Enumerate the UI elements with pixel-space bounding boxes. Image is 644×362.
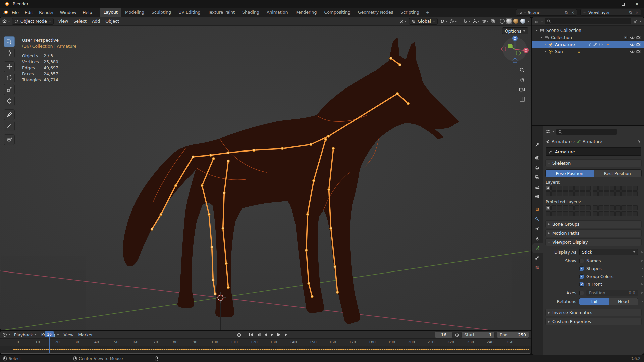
viewport-display-panel-header[interactable]: Viewport Display xyxy=(546,239,641,246)
armature-layer-cell[interactable] xyxy=(574,211,579,216)
armature-layer-cell[interactable] xyxy=(615,186,621,191)
armature-layer-cell[interactable] xyxy=(633,186,638,191)
outliner-editor-icon[interactable] xyxy=(534,19,539,24)
viewport-menu-item[interactable]: Select xyxy=(71,19,89,24)
armature-layer-cell[interactable] xyxy=(593,205,598,210)
playback-menu[interactable]: Playback xyxy=(12,332,39,337)
close-button[interactable]: ✕ xyxy=(630,0,644,8)
navigation-gizmo[interactable]: Z X xyxy=(498,33,531,66)
workspace-tab[interactable]: Modeling xyxy=(121,8,148,17)
new-viewlayer-icon[interactable]: ⧉ xyxy=(628,10,633,15)
view-menu[interactable]: View xyxy=(61,332,76,337)
workspace-tab[interactable]: Shading xyxy=(238,8,263,17)
gizmo-neg-y-axis[interactable] xyxy=(516,51,521,55)
armature-layer-cell[interactable] xyxy=(593,186,598,191)
layers-right-half[interactable] xyxy=(593,186,638,196)
tab-object[interactable] xyxy=(532,204,543,214)
decorator-dot[interactable] xyxy=(641,260,643,262)
proportional-editing-button[interactable] xyxy=(448,18,458,25)
tab-output[interactable] xyxy=(532,163,543,172)
outliner-row-armature[interactable]: Armature xyxy=(532,41,644,48)
stopwatch-icon[interactable] xyxy=(455,333,459,337)
viewport-3d[interactable]: Object Mode ViewSelectAddObject Global xyxy=(0,17,531,330)
unlink-scene-icon[interactable]: × xyxy=(570,10,575,15)
xray-toggle[interactable] xyxy=(490,18,496,25)
ortho-grid-icon[interactable] xyxy=(519,96,525,102)
group-colors-checkbox[interactable]: ✔ xyxy=(579,274,584,279)
armature-layer-cell[interactable] xyxy=(586,211,591,216)
armature-layer-cell[interactable] xyxy=(557,191,562,196)
breadcrumb-object[interactable]: Armature xyxy=(552,139,572,144)
workspace-tab[interactable]: Animation xyxy=(263,8,292,17)
viewport-menu-item[interactable]: Object xyxy=(103,19,122,24)
gizmo-neg-z-axis[interactable] xyxy=(513,59,517,63)
protected-layers-grid[interactable] xyxy=(546,205,641,216)
editor-type-caret[interactable] xyxy=(8,21,10,22)
armature-layer-cell[interactable] xyxy=(598,186,603,191)
workspace-tab[interactable]: Rendering xyxy=(292,8,321,17)
workspace-tab[interactable]: Texture Paint xyxy=(204,8,238,17)
transform-tool[interactable] xyxy=(4,96,15,106)
armature-layer-cell[interactable] xyxy=(557,205,562,210)
topbar-menu-item[interactable]: Window xyxy=(57,10,79,15)
topbar-menu-item[interactable]: Render xyxy=(36,10,57,15)
cursor-tool[interactable] xyxy=(4,48,15,58)
workspace-tab[interactable]: Sculpting xyxy=(148,8,175,17)
head-button[interactable]: Head xyxy=(609,298,638,305)
armature-layer-cell[interactable] xyxy=(627,191,632,196)
jump-to-start-button[interactable] xyxy=(249,333,253,337)
tail-button[interactable]: Tail xyxy=(579,298,609,305)
armature-layer-cell[interactable] xyxy=(563,211,568,216)
render-camera-icon[interactable] xyxy=(636,43,641,46)
armature-layer-cell[interactable] xyxy=(615,191,621,196)
workspace-tab[interactable]: Scripting xyxy=(397,8,423,17)
motion-paths-panel-header[interactable]: Motion Paths xyxy=(546,230,641,237)
current-frame-marker[interactable]: 16 xyxy=(45,331,54,337)
play-button[interactable] xyxy=(270,333,274,337)
armature-layer-cell[interactable] xyxy=(569,211,574,216)
armature-layer-cell[interactable] xyxy=(569,186,574,191)
current-frame-field[interactable]: 16 xyxy=(435,331,453,338)
armature-layer-cell[interactable] xyxy=(621,205,626,210)
light-data-icon[interactable] xyxy=(577,50,581,54)
armature-layer-cell[interactable] xyxy=(610,205,615,210)
armature-layer-cell[interactable] xyxy=(586,186,591,191)
outliner-row-scene-collection[interactable]: Scene Collection xyxy=(532,27,644,34)
armature-layer-cell[interactable] xyxy=(563,186,568,191)
armature-layer-cell[interactable] xyxy=(593,191,598,196)
scene-selector[interactable]: Scene ⧉ × xyxy=(516,9,577,16)
render-camera-icon[interactable] xyxy=(636,50,641,53)
shading-solid-button[interactable] xyxy=(506,18,512,24)
armature-layer-cell[interactable] xyxy=(574,205,579,210)
select-box-tool[interactable] xyxy=(4,36,15,47)
selectability-toggle[interactable] xyxy=(463,18,472,25)
current-frame-line[interactable] xyxy=(49,337,50,353)
animation-action-icon[interactable] xyxy=(599,42,603,47)
layers-left-half[interactable] xyxy=(546,186,591,196)
properties-editor-caret[interactable] xyxy=(552,131,554,132)
armature-layer-cell[interactable] xyxy=(546,191,551,196)
armature-layer-cell[interactable] xyxy=(633,191,638,196)
add-workspace-button[interactable]: + xyxy=(423,10,432,15)
armature-layer-cell[interactable] xyxy=(610,211,615,216)
custom-properties-panel-header[interactable]: Custom Properties xyxy=(546,318,641,325)
gizmos-toggle[interactable] xyxy=(472,18,481,25)
armature-layer-cell[interactable] xyxy=(546,186,551,191)
decorator-dot[interactable] xyxy=(641,292,643,294)
armature-layer-cell[interactable] xyxy=(598,205,603,210)
tab-scene[interactable] xyxy=(532,182,543,192)
timeline-keyframe-track[interactable] xyxy=(0,346,531,353)
marker-menu[interactable]: Marker xyxy=(76,332,95,337)
armature-layer-cell[interactable] xyxy=(551,205,556,210)
armature-layer-cell[interactable] xyxy=(604,205,609,210)
armature-layer-cell[interactable] xyxy=(633,211,638,216)
shading-wireframe-button[interactable] xyxy=(499,18,506,25)
armature-layer-cell[interactable] xyxy=(627,205,632,210)
armature-layer-cell[interactable] xyxy=(593,211,598,216)
armature-layer-cell[interactable] xyxy=(633,205,638,210)
datablock-name-field[interactable]: Armature xyxy=(546,147,641,156)
armature-layer-cell[interactable] xyxy=(546,211,551,216)
measure-tool[interactable] xyxy=(4,121,15,131)
pan-hand-icon[interactable] xyxy=(519,77,525,83)
auto-key-record-button[interactable] xyxy=(237,333,241,337)
